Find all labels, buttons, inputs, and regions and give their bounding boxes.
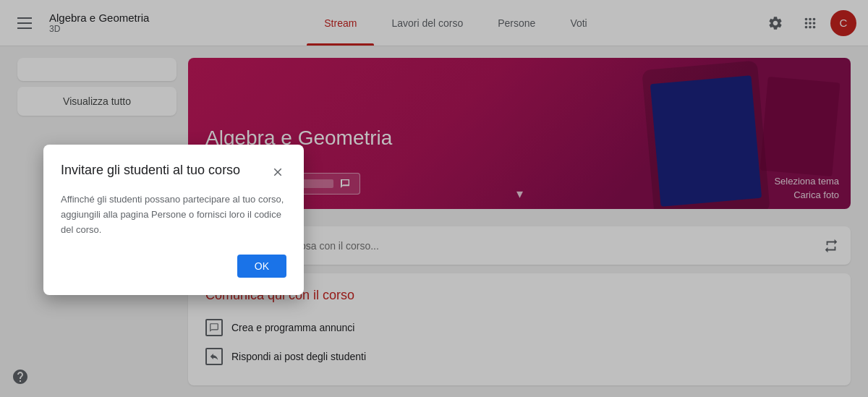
dialog-footer: OK [61,255,286,278]
dialog-body: Affinché gli studenti possano partecipar… [61,192,286,237]
dialog-title: Invitare gli studenti al tuo corso [61,162,240,179]
dialog-ok-button[interactable]: OK [237,255,286,278]
dialog-header: Invitare gli studenti al tuo corso [61,162,286,181]
invite-students-dialog: Invitare gli studenti al tuo corso Affin… [43,145,304,295]
dialog-close-button[interactable] [269,163,286,181]
